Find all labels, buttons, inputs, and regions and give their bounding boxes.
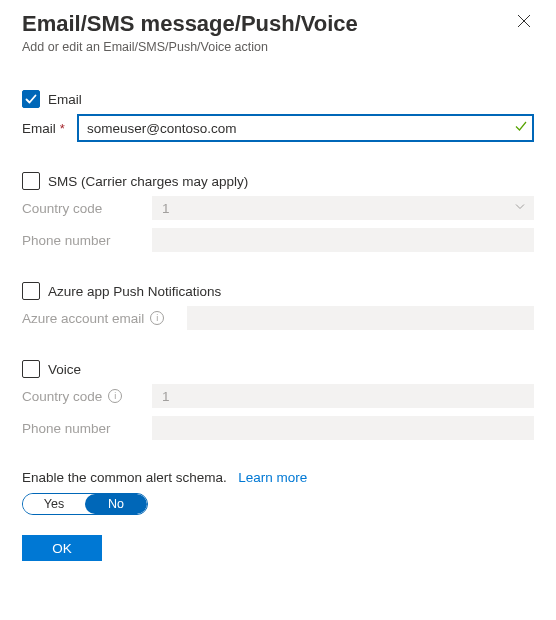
checkmark-icon [24, 92, 38, 106]
push-email-label: Azure account email i [22, 311, 187, 326]
voice-checkbox[interactable] [22, 360, 40, 378]
push-checkbox[interactable] [22, 282, 40, 300]
sms-country-label: Country code [22, 201, 152, 216]
sms-country-select[interactable]: 1 [152, 196, 534, 220]
schema-toggle[interactable]: Yes No [22, 493, 148, 515]
voice-phone-label: Phone number [22, 421, 152, 436]
voice-phone-input[interactable] [152, 416, 534, 440]
schema-text: Enable the common alert schema. [22, 470, 227, 485]
sms-country-value: 1 [162, 201, 170, 216]
page-subtitle: Add or edit an Email/SMS/Push/Voice acti… [22, 40, 534, 54]
info-icon[interactable]: i [150, 311, 164, 325]
learn-more-link[interactable]: Learn more [238, 470, 307, 485]
pane-header: Email/SMS message/Push/Voice Add or edit… [22, 10, 534, 54]
email-checkbox-label: Email [48, 92, 82, 107]
email-checkbox[interactable] [22, 90, 40, 108]
voice-checkbox-label: Voice [48, 362, 81, 377]
voice-country-label: Country code i [22, 389, 152, 404]
push-email-input[interactable] [187, 306, 534, 330]
ok-button[interactable]: OK [22, 535, 102, 561]
validation-check-icon [514, 119, 528, 137]
push-checkbox-label: Azure app Push Notifications [48, 284, 221, 299]
email-section: Email Email * [22, 90, 534, 142]
page-title: Email/SMS message/Push/Voice [22, 10, 534, 38]
push-section: Azure app Push Notifications Azure accou… [22, 282, 534, 330]
schema-section: Enable the common alert schema. Learn mo… [22, 470, 534, 515]
sms-phone-label: Phone number [22, 233, 152, 248]
required-indicator: * [60, 121, 65, 136]
voice-country-value: 1 [162, 389, 170, 404]
info-icon[interactable]: i [108, 389, 122, 403]
sms-checkbox[interactable] [22, 172, 40, 190]
voice-country-value-box: 1 [152, 384, 534, 408]
email-input[interactable] [77, 114, 534, 142]
toggle-yes[interactable]: Yes [23, 494, 85, 514]
close-icon [517, 14, 531, 28]
close-button[interactable] [510, 10, 538, 38]
sms-phone-input[interactable] [152, 228, 534, 252]
toggle-no[interactable]: No [85, 494, 147, 514]
email-field-label: Email [22, 121, 56, 136]
action-config-pane: Email/SMS message/Push/Voice Add or edit… [0, 0, 556, 620]
chevron-down-icon [514, 201, 526, 216]
sms-section: SMS (Carrier charges may apply) Country … [22, 172, 534, 252]
sms-checkbox-label: SMS (Carrier charges may apply) [48, 174, 248, 189]
voice-section: Voice Country code i 1 Phone number [22, 360, 534, 440]
